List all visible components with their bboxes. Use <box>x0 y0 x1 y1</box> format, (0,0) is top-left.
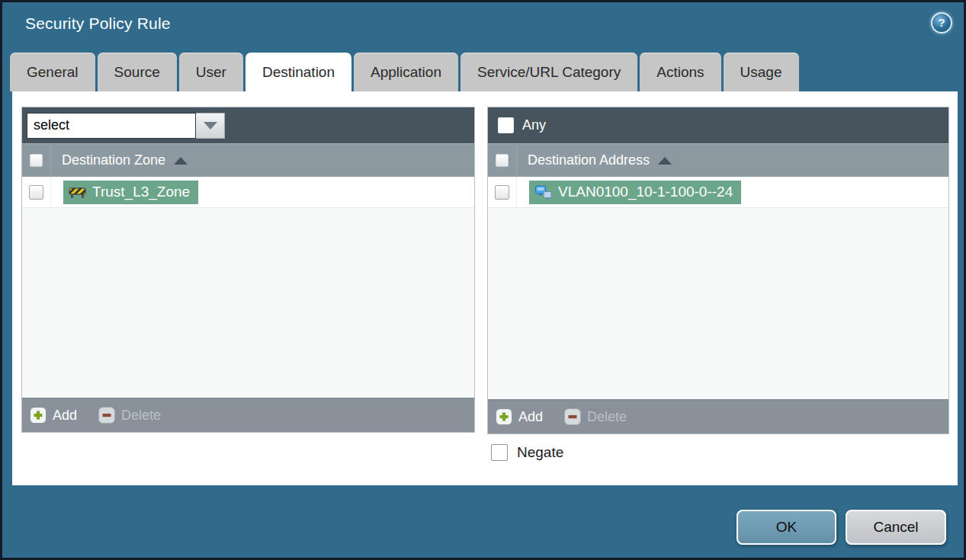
zone-add-label: Add <box>53 408 77 424</box>
dialog-title: Security Policy Rule <box>25 14 171 33</box>
zone-column-header-row: Destination Zone <box>22 143 474 177</box>
tab-general[interactable]: General <box>10 53 95 91</box>
address-row-checkbox[interactable] <box>495 185 509 200</box>
zone-type-select-dropdown-button[interactable] <box>196 113 225 139</box>
address-delete-label: Delete <box>587 409 627 425</box>
any-checkbox[interactable] <box>498 117 514 133</box>
zone-row-checkbox[interactable] <box>29 185 43 200</box>
zone-add-button[interactable]: Add <box>30 407 77 424</box>
destination-address-panel: Any Destination Address <box>487 107 949 434</box>
tab-user[interactable]: User <box>179 53 243 91</box>
zone-type-select-value[interactable]: select <box>27 113 196 139</box>
tab-bar: General Source User Destination Applicat… <box>10 53 799 91</box>
zone-column-header[interactable]: Destination Zone <box>62 152 188 168</box>
address-select-all-checkbox[interactable] <box>496 154 509 167</box>
tab-actions[interactable]: Actions <box>640 53 720 91</box>
any-label: Any <box>522 117 546 133</box>
tab-destination[interactable]: Destination <box>246 53 351 91</box>
zone-footer: Add Delete <box>22 398 474 432</box>
address-icon <box>534 185 552 200</box>
zone-delete-button[interactable]: Delete <box>98 407 161 424</box>
add-icon <box>496 408 512 425</box>
address-delete-button[interactable]: Delete <box>564 408 627 425</box>
address-footer: Add Delete <box>488 399 948 434</box>
address-toolbar: Any <box>488 107 948 143</box>
tab-usage[interactable]: Usage <box>724 53 799 91</box>
zone-delete-label: Delete <box>121 408 161 424</box>
tab-source[interactable]: Source <box>98 53 177 91</box>
tab-application[interactable]: Application <box>354 53 458 91</box>
address-column-header-row: Destination Address <box>488 143 948 177</box>
negate-option: Negate <box>491 444 563 461</box>
table-row: Trust_L3_Zone <box>22 177 474 208</box>
tab-service-url-category[interactable]: Service/URL Category <box>461 53 637 91</box>
help-icon[interactable]: ? <box>931 12 952 34</box>
zone-toolbar: select <box>22 107 474 143</box>
zone-item-label: Trust_L3_Zone <box>92 184 190 200</box>
chevron-down-icon <box>204 122 217 130</box>
negate-checkbox[interactable] <box>491 444 508 461</box>
zone-icon <box>69 186 86 199</box>
add-icon <box>30 407 47 424</box>
delete-icon <box>564 408 581 425</box>
zone-list: Trust_L3_Zone <box>22 177 474 398</box>
address-list: VLAN0100_10-1-100-0--24 <box>488 177 948 399</box>
ok-button[interactable]: OK <box>737 510 836 545</box>
destination-zone-panel: select Destination Zone <box>21 107 475 433</box>
address-add-button[interactable]: Add <box>496 408 543 425</box>
table-row: VLAN0100_10-1-100-0--24 <box>488 177 948 208</box>
address-item-label: VLAN0100_10-1-100-0--24 <box>558 184 733 200</box>
cancel-button[interactable]: Cancel <box>846 510 946 545</box>
sort-ascending-icon <box>658 157 672 165</box>
delete-icon <box>98 407 115 424</box>
sort-ascending-icon <box>174 157 188 165</box>
address-column-header-label: Destination Address <box>528 152 650 168</box>
negate-label: Negate <box>517 444 563 461</box>
address-item-vlan0100[interactable]: VLAN0100_10-1-100-0--24 <box>529 181 741 204</box>
zone-item-trust-l3-zone[interactable]: Trust_L3_Zone <box>63 181 198 204</box>
security-policy-rule-dialog: Security Policy Rule ? General Source Us… <box>0 0 966 560</box>
zone-type-select: select <box>27 113 225 139</box>
destination-tab-content: select Destination Zone <box>12 91 958 485</box>
address-add-label: Add <box>518 409 543 425</box>
zone-column-header-label: Destination Zone <box>62 152 165 168</box>
zone-select-all-checkbox[interactable] <box>30 154 43 167</box>
address-column-header[interactable]: Destination Address <box>528 152 672 168</box>
